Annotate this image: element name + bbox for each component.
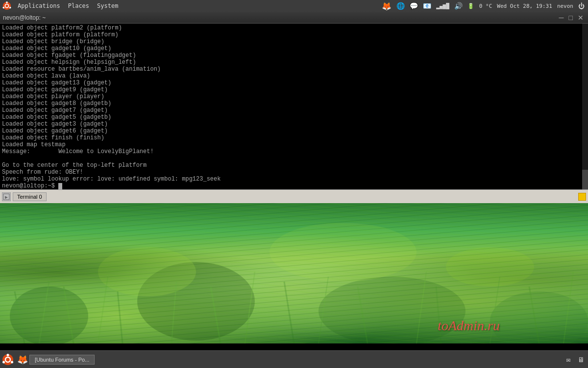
volume-icon[interactable]: 🔊: [453, 2, 464, 10]
terminal-close-tab[interactable]: [578, 193, 586, 201]
applications-menu[interactable]: Applications: [14, 1, 64, 10]
terminal-bottombar: ▶ Terminal 0: [0, 189, 588, 203]
places-menu[interactable]: Places: [64, 1, 93, 10]
svg-point-10: [490, 291, 588, 343]
terminal-content[interactable]: Loaded object platform2 (platform) Loade…: [0, 24, 588, 189]
svg-point-4: [2, 7, 4, 9]
ubuntu-logo[interactable]: [2, 1, 12, 11]
chat-icon[interactable]: 💬: [408, 2, 419, 10]
wallpaper: toAdmin.ru: [0, 203, 588, 343]
svg-point-33: [11, 361, 13, 363]
svg-point-11: [98, 247, 196, 296]
system-clock: Wed Oct 28, 19:31: [495, 3, 554, 9]
current-user[interactable]: nevon: [556, 3, 575, 9]
close-button[interactable]: ✕: [576, 14, 585, 22]
svg-point-12: [270, 223, 416, 282]
desktop: toAdmin.ru: [0, 203, 588, 343]
terminal-output: Loaded object platform2 (platform) Loade…: [2, 25, 586, 189]
system-tray: 🦊 🌐 💬 📧 ▂▄▆█ 🔊 🔋 0 °C Wed Oct 28, 19:31 …: [380, 1, 586, 11]
titlebar-left: nevon@loltop: ~: [3, 14, 46, 21]
svg-text:▶: ▶: [5, 194, 8, 200]
svg-point-9: [318, 277, 466, 343]
scroll-thumb[interactable]: [582, 170, 588, 189]
svg-line-22: [284, 282, 294, 343]
terminal-titlebar: nevon@loltop: ~ ─ □ ✕: [0, 12, 588, 24]
taskbar-browser-icon[interactable]: 🦊: [18, 355, 27, 365]
svg-line-18: [118, 291, 122, 343]
battery-icon: 🔋: [466, 3, 476, 9]
taskbar-item-forums[interactable]: [Ubuntu Forums - Po...: [29, 355, 95, 365]
system-menu[interactable]: System: [93, 1, 122, 10]
terminal-window: nevon@loltop: ~ ─ □ ✕ Loaded object plat…: [0, 12, 588, 203]
svg-point-3: [9, 7, 11, 9]
signal-icon: ▂▄▆█: [435, 3, 451, 9]
taskbar-monitor-icon[interactable]: 🖥: [576, 355, 586, 365]
svg-point-2: [6, 1, 8, 3]
network-icon[interactable]: 🌐: [395, 2, 406, 10]
svg-point-32: [7, 354, 9, 356]
terminal-title: nevon@loltop: ~: [3, 14, 46, 21]
minimize-button[interactable]: ─: [558, 14, 565, 22]
taskbar-message-icon[interactable]: ✉: [564, 355, 573, 365]
taskbar-logo[interactable]: [2, 354, 14, 366]
terminal-new-icon[interactable]: ▶: [2, 192, 11, 201]
browser-icon[interactable]: 🦊: [380, 1, 393, 11]
maximize-button[interactable]: □: [567, 14, 574, 22]
temp-display: 0 °C: [478, 3, 494, 9]
power-icon[interactable]: ⏻: [577, 2, 586, 10]
svg-point-34: [2, 361, 5, 363]
mail-icon[interactable]: 📧: [421, 2, 433, 10]
taskbar: 🦊 [Ubuntu Forums - Po... ✉ 🖥: [0, 350, 588, 368]
terminal-scrollbar[interactable]: [582, 24, 588, 189]
terminal-tab-0[interactable]: Terminal 0: [13, 192, 47, 201]
svg-point-13: [446, 247, 534, 287]
svg-point-7: [10, 287, 88, 343]
titlebar-controls: ─ □ ✕: [558, 14, 585, 22]
svg-line-17: [98, 277, 108, 343]
taskbar-right: ✉ 🖥: [564, 355, 586, 365]
top-menubar: Applications Places System 🦊 🌐 💬 📧 ▂▄▆█ …: [0, 0, 588, 12]
